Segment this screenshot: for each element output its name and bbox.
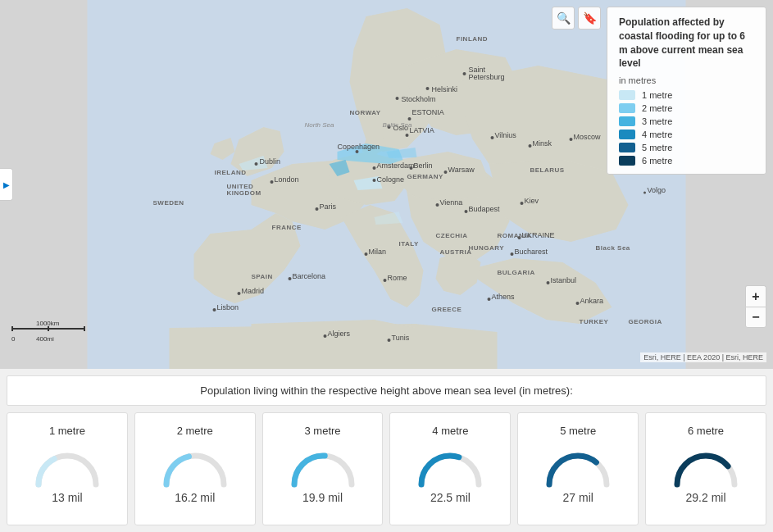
svg-text:Algiers: Algiers [328, 330, 351, 338]
svg-point-33 [406, 134, 409, 137]
gauge-1 [30, 445, 104, 486]
map-section: Helsinki Saint Petersburg Stockholm Oslo… [0, 0, 773, 369]
svg-point-55 [289, 277, 292, 280]
svg-text:Berlin: Berlin [414, 161, 433, 170]
svg-point-15 [373, 166, 376, 170]
svg-text:Lisbon: Lisbon [217, 303, 239, 311]
zoom-out-button[interactable]: − [745, 307, 766, 328]
svg-text:Amsterdam: Amsterdam [377, 161, 415, 170]
gauge-6 [669, 445, 743, 486]
gauge-5 [541, 445, 615, 486]
arrow-icon: ▶ [3, 180, 10, 189]
svg-text:Volgo: Volgo [648, 186, 666, 194]
stat-card-title-6: 6 metre [688, 425, 724, 437]
legend-swatch-1 [619, 90, 635, 100]
city-helsinki: Helsinki [432, 85, 458, 93]
legend-swatch-4 [619, 130, 635, 139]
svg-text:Dublin: Dublin [260, 157, 281, 166]
legend-item-6: 6 metre [619, 156, 754, 166]
svg-text:London: London [275, 175, 299, 184]
legend-panel: Population affected by coastal flooding … [607, 7, 766, 175]
attribution: Esri, HERE | EEA 2020 | Esri, HERE [640, 352, 766, 362]
stat-card-2: 2 metre 16.2 mil [134, 412, 256, 525]
svg-point-61 [547, 281, 550, 284]
svg-point-45 [643, 192, 646, 194]
collapse-arrow[interactable]: ▶ [0, 168, 13, 201]
svg-text:Baltic Sea: Baltic Sea [383, 121, 413, 129]
legend-swatch-2 [619, 103, 635, 113]
svg-text:Barcelona: Barcelona [293, 272, 326, 280]
svg-point-23 [444, 171, 448, 174]
svg-point-35 [436, 203, 439, 207]
search-icon: 🔍 [557, 11, 571, 25]
stat-value-3: 19.9 mil [302, 491, 343, 504]
stat-value-6: 29.2 mil [686, 491, 726, 504]
svg-text:Bucharest: Bucharest [515, 248, 548, 256]
stat-card-title-4: 4 metre [432, 425, 468, 437]
gauge-2 [158, 445, 232, 486]
svg-text:FINLAND: FINLAND [457, 35, 489, 43]
legend-items: 1 metre 2 metre 3 metre 4 metre 5 metre … [619, 90, 754, 166]
svg-text:Cologne: Cologne [377, 175, 405, 184]
stat-card-3: 3 metre 19.9 mil [262, 412, 384, 525]
stat-card-5: 5 metre 27 mil [517, 412, 639, 525]
svg-text:Black Sea: Black Sea [596, 244, 630, 252]
stat-card-4: 4 metre 22.5 mil [389, 412, 511, 525]
svg-rect-91 [84, 326, 85, 331]
svg-text:Kiev: Kiev [525, 197, 539, 205]
stat-card-title-1: 1 metre [49, 425, 85, 437]
svg-rect-90 [11, 326, 13, 331]
stat-value-5: 27 mil [563, 491, 593, 504]
svg-point-17 [373, 179, 376, 182]
svg-point-21 [316, 207, 319, 211]
search-button[interactable]: 🔍 [552, 7, 575, 30]
map-toolbar: 🔍 🔖 [552, 7, 601, 30]
bookmark-button[interactable]: 🔖 [578, 7, 601, 30]
svg-text:GREECE: GREECE [432, 306, 462, 313]
zoom-controls: + − [745, 285, 766, 328]
svg-text:FRANCE: FRANCE [272, 224, 302, 231]
legend-item-2: 2 metre [619, 103, 754, 113]
stat-card-title-2: 2 metre [177, 425, 213, 437]
svg-text:400mi: 400mi [36, 335, 54, 343]
svg-text:Istanbul: Istanbul [551, 276, 577, 284]
svg-text:Tunis: Tunis [392, 334, 410, 342]
legend-label-3: 3 metre [642, 116, 672, 126]
stats-header: Population living within the respective … [7, 375, 766, 406]
svg-point-65 [488, 298, 491, 301]
svg-point-37 [465, 210, 468, 213]
svg-point-13 [271, 180, 274, 184]
svg-point-39 [521, 202, 524, 205]
svg-text:Paris: Paris [320, 202, 337, 211]
gauge-3 [286, 445, 360, 486]
svg-point-53 [213, 308, 216, 311]
legend-label-5: 5 metre [642, 143, 672, 152]
svg-point-43 [511, 252, 514, 256]
svg-point-29 [529, 144, 532, 148]
legend-item-1: 1 metre [619, 90, 754, 100]
stat-value-4: 22.5 mil [430, 491, 471, 504]
svg-text:Copenhagen: Copenhagen [338, 143, 380, 151]
svg-text:Ankara: Ankara [580, 297, 604, 305]
legend-subtitle: in metres [619, 75, 754, 85]
svg-text:BELARUS: BELARUS [530, 166, 565, 174]
legend-swatch-3 [619, 116, 635, 126]
svg-text:IRELAND: IRELAND [215, 169, 247, 176]
svg-text:Rome: Rome [388, 274, 407, 282]
svg-text:SWEDEN: SWEDEN [153, 199, 184, 207]
zoom-in-button[interactable]: + [745, 285, 766, 307]
svg-text:LATVIA: LATVIA [410, 126, 434, 134]
svg-text:Budapest: Budapest [469, 205, 501, 213]
legend-item-4: 4 metre [619, 130, 754, 139]
svg-text:Stockholm: Stockholm [402, 95, 436, 103]
svg-point-59 [388, 339, 391, 342]
svg-point-63 [576, 302, 580, 305]
svg-text:Moscow: Moscow [574, 133, 602, 141]
svg-text:CZECHIA: CZECHIA [436, 232, 468, 239]
legend-swatch-5 [619, 143, 635, 152]
svg-text:HUNGARY: HUNGARY [469, 244, 505, 252]
stat-value-2: 16.2 mil [175, 491, 215, 504]
svg-text:TURKEY: TURKEY [580, 318, 609, 325]
svg-point-2 [463, 72, 466, 75]
stat-card-6: 6 metre 29.2 mil [645, 412, 766, 525]
